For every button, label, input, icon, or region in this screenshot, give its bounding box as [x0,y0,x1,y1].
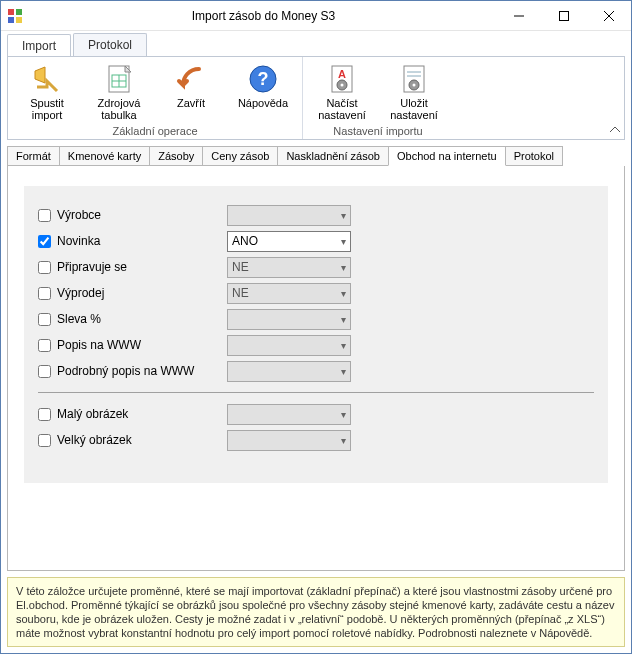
content-panel: Výrobce ▾ Novinka ANO ▾ Připravuje se NE [7,166,625,571]
chevron-down-icon: ▾ [341,262,346,273]
row-sleva: Sleva % ▾ [38,306,594,332]
primary-tabs: Import Protokol [1,31,631,56]
svg-rect-0 [8,9,14,15]
chevron-down-icon: ▾ [341,435,346,446]
row-podrobny: Podrobný popis na WWW ▾ [38,358,594,384]
run-import-icon [31,63,63,95]
svg-text:?: ? [258,69,269,89]
checkbox-popiswww[interactable] [38,339,51,352]
app-icon [7,8,23,24]
combo-sleva[interactable]: ▾ [227,309,351,330]
label-vyrobce: Výrobce [57,208,227,222]
combo-maly-obrazek[interactable]: ▾ [227,404,351,425]
source-table-button[interactable]: Zdrojová tabulka [90,61,148,123]
combo-podrobny[interactable]: ▾ [227,361,351,382]
checkbox-pripravuje[interactable] [38,261,51,274]
maximize-button[interactable] [541,1,586,30]
ribbon-group-settings: A Načíst nastavení [303,57,453,139]
chevron-down-icon: ▾ [341,314,346,325]
svg-rect-2 [8,17,14,23]
close-arrow-icon [175,63,207,95]
ribbon-group-basic: Spustit import Zdrojová tabulka [8,57,303,139]
save-settings-label: Uložit nastavení [390,97,438,121]
group-caption-settings: Nastavení importu [333,125,422,137]
subtab-ceny-zasob[interactable]: Ceny zásob [202,146,278,166]
svg-rect-5 [559,11,568,20]
ribbon-collapse-icon[interactable] [610,125,620,137]
hint-panel: V této záložce určujete proměnné, které … [7,577,625,647]
combo-vyprodej[interactable]: NE ▾ [227,283,351,304]
chevron-down-icon: ▾ [341,340,346,351]
label-novinka: Novinka [57,234,227,248]
subtab-format[interactable]: Formát [7,146,60,166]
row-popiswww: Popis na WWW ▾ [38,332,594,358]
svg-rect-3 [16,17,22,23]
close-button[interactable] [586,1,631,30]
subtab-zasoby[interactable]: Zásoby [149,146,203,166]
app-window: Import zásob do Money S3 Import Protokol [0,0,632,654]
label-podrobny: Podrobný popis na WWW [57,364,227,378]
checkbox-vyprodej[interactable] [38,287,51,300]
label-sleva: Sleva % [57,312,227,326]
run-import-label: Spustit import [30,97,64,121]
tab-protokol[interactable]: Protokol [73,33,147,56]
label-velky-obrazek: Velký obrázek [57,433,227,447]
checkbox-podrobny[interactable] [38,365,51,378]
svg-point-22 [413,84,416,87]
combo-pripravuje[interactable]: NE ▾ [227,257,351,278]
hint-text: V této záložce určujete proměnné, které … [16,585,614,639]
subtab-obchod-internet[interactable]: Obchod na internetu [388,146,506,166]
title-bar: Import zásob do Money S3 [1,1,631,31]
chevron-down-icon: ▾ [341,366,346,377]
chevron-down-icon: ▾ [341,409,346,420]
row-pripravuje: Připravuje se NE ▾ [38,254,594,280]
chevron-down-icon: ▾ [341,288,346,299]
label-maly-obrazek: Malý obrázek [57,407,227,421]
subtab-naskladneni[interactable]: Naskladnění zásob [277,146,389,166]
group-caption-basic: Základní operace [113,125,198,137]
row-vyrobce: Výrobce ▾ [38,202,594,228]
sub-tabs: Formát Kmenové karty Zásoby Ceny zásob N… [7,146,625,166]
checkbox-maly-obrazek[interactable] [38,408,51,421]
ribbon: Spustit import Zdrojová tabulka [7,56,625,140]
source-table-label: Zdrojová tabulka [98,97,141,121]
save-settings-icon [398,63,430,95]
combo-novinka[interactable]: ANO ▾ [227,231,351,252]
checkbox-velky-obrazek[interactable] [38,434,51,447]
svg-text:A: A [338,68,346,80]
row-novinka: Novinka ANO ▾ [38,228,594,254]
window-controls [496,1,631,30]
combo-velky-obrazek[interactable]: ▾ [227,430,351,451]
close-action-button[interactable]: Zavřít [162,61,220,123]
row-vyprodej: Výprodej NE ▾ [38,280,594,306]
save-settings-button[interactable]: Uložit nastavení [385,61,443,123]
subtab-kmenove-karty[interactable]: Kmenové karty [59,146,150,166]
window-title: Import zásob do Money S3 [31,9,496,23]
row-maly-obrazek: Malý obrázek ▾ [38,401,594,427]
svg-point-17 [341,84,344,87]
chevron-down-icon: ▾ [341,236,346,247]
svg-rect-1 [16,9,22,15]
checkbox-vyrobce[interactable] [38,209,51,222]
tab-import[interactable]: Import [7,34,71,57]
source-table-icon [103,63,135,95]
combo-vyrobce[interactable]: ▾ [227,205,351,226]
help-label: Nápověda [238,97,288,109]
checkbox-sleva[interactable] [38,313,51,326]
form-panel: Výrobce ▾ Novinka ANO ▾ Připravuje se NE [24,186,608,483]
load-settings-icon: A [326,63,358,95]
help-button[interactable]: ? Nápověda [234,61,292,123]
load-settings-label: Načíst nastavení [318,97,366,121]
label-pripravuje: Připravuje se [57,260,227,274]
close-action-label: Zavřít [177,97,205,109]
label-vyprodej: Výprodej [57,286,227,300]
minimize-button[interactable] [496,1,541,30]
run-import-button[interactable]: Spustit import [18,61,76,123]
subtab-protokol[interactable]: Protokol [505,146,563,166]
combo-popiswww[interactable]: ▾ [227,335,351,356]
separator [38,392,594,393]
label-popiswww: Popis na WWW [57,338,227,352]
load-settings-button[interactable]: A Načíst nastavení [313,61,371,123]
chevron-down-icon: ▾ [341,210,346,221]
checkbox-novinka[interactable] [38,235,51,248]
